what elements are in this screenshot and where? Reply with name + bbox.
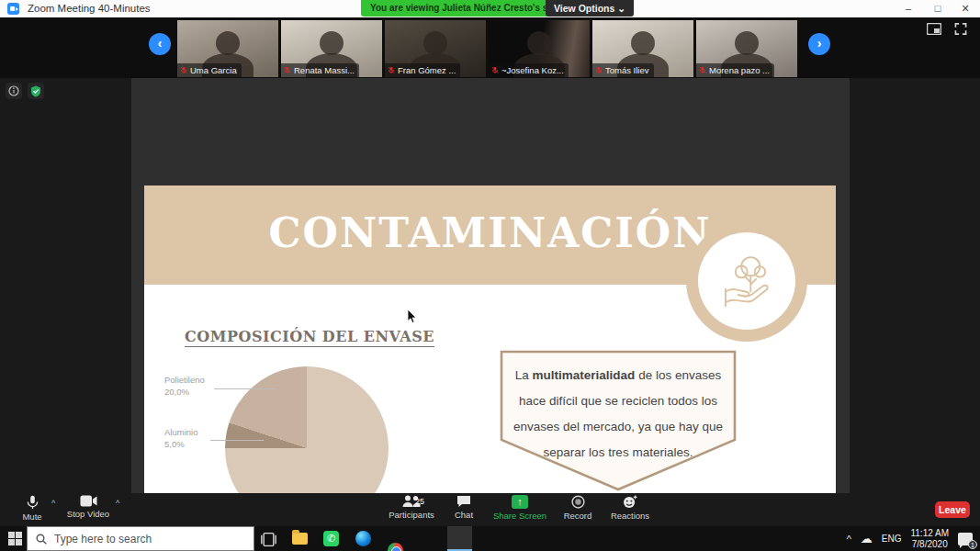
language-indicator[interactable]: ENG xyxy=(882,534,902,544)
muted-mic-icon xyxy=(491,66,499,74)
meeting-info-icon[interactable] xyxy=(6,83,22,99)
muted-mic-icon xyxy=(388,66,395,74)
participant-name-chip: Morena pazo ... xyxy=(696,63,774,77)
minimize-button[interactable]: – xyxy=(902,2,915,15)
previous-participants-button[interactable]: ‹ xyxy=(149,33,171,55)
task-view-icon[interactable] xyxy=(261,532,276,547)
participant-name-chip: Uma Garcia xyxy=(177,63,242,77)
video-options-chevron[interactable]: ^ xyxy=(116,499,122,505)
mute-button[interactable]: Mute xyxy=(14,495,51,522)
callout-text: La multimaterialidad de los envases hace… xyxy=(513,363,724,466)
share-screen-button[interactable]: Share Screen xyxy=(487,495,553,521)
clock[interactable]: 11:12 AM 7/8/2020 xyxy=(910,528,949,550)
chat-button[interactable]: Chat xyxy=(447,495,480,520)
participant-video-tile[interactable]: Fran Gómez ... xyxy=(385,20,486,77)
participant-name-chip: Renata Massi... xyxy=(281,63,359,77)
participant-video-tile[interactable]: Uma Garcia xyxy=(177,20,278,77)
search-placeholder: Type here to search xyxy=(54,533,152,545)
share-screen-icon xyxy=(512,495,528,509)
video-camera-icon xyxy=(80,495,97,507)
participant-video-strip: ‹ Uma Garcia Renata Massi... Fran Gómez … xyxy=(0,17,980,78)
reactions-button[interactable]: Reactions xyxy=(604,495,656,521)
maximize-button[interactable]: □ xyxy=(931,2,944,15)
shared-screen-area: CONTAMINACIÓN COMPOSICIÓN DEL ENVASE xyxy=(0,78,980,493)
file-explorer-icon[interactable] xyxy=(292,533,308,545)
tray-date: 7/8/2020 xyxy=(910,539,949,550)
muted-mic-icon xyxy=(180,66,187,74)
microphone-icon xyxy=(27,495,39,510)
pie-label-polietileno: Polietileno20,0% xyxy=(164,374,221,398)
search-icon xyxy=(36,534,47,545)
chat-bubble-icon xyxy=(456,495,471,508)
record-button[interactable]: Record xyxy=(557,495,599,521)
participant-video-tile[interactable]: Renata Massi... xyxy=(281,20,382,77)
onedrive-cloud-icon[interactable]: ☁ xyxy=(861,532,873,545)
window-title: Zoom Meeting 40-Minutes xyxy=(28,3,151,14)
participants-button[interactable]: Participants xyxy=(386,495,437,520)
pie-label-aluminio: Aluminio5,0% xyxy=(164,426,221,450)
participant-name-chip: Fran Gómez ... xyxy=(385,63,460,77)
mute-options-chevron[interactable]: ^ xyxy=(51,499,58,505)
edge-browser-icon[interactable] xyxy=(355,531,371,546)
chrome-browser-icon[interactable] xyxy=(388,543,403,551)
muted-mic-icon xyxy=(699,66,706,74)
close-button[interactable]: ✕ xyxy=(959,2,972,15)
leave-button[interactable]: Leave xyxy=(935,501,970,518)
window-title-bar: Zoom Meeting 40-Minutes You are viewing … xyxy=(0,0,980,17)
eco-icon-circle xyxy=(698,232,795,330)
muted-mic-icon xyxy=(595,66,603,74)
tray-chevron-icon[interactable]: ^ xyxy=(847,534,851,545)
notification-count-badge: 1 xyxy=(968,540,977,549)
whatsapp-icon[interactable]: ✆ xyxy=(323,531,339,546)
hand-holding-tree-icon xyxy=(714,248,780,314)
zoom-app-icon xyxy=(7,3,19,15)
participants-count-badge: 25 xyxy=(415,497,424,506)
participant-video-tile[interactable]: Morena pazo ... xyxy=(696,20,797,77)
view-options-button[interactable]: View Options ⌄ xyxy=(546,0,634,17)
meeting-security-shield-icon[interactable] xyxy=(28,83,44,99)
next-participants-button[interactable]: › xyxy=(808,33,830,55)
leader-line xyxy=(214,388,275,389)
active-app-highlight xyxy=(447,526,472,551)
search-input[interactable]: Type here to search xyxy=(27,526,254,551)
participant-video-tile[interactable]: Tomás Iliev xyxy=(592,20,693,77)
action-center-icon[interactable]: 1 xyxy=(958,533,973,545)
chart-title: COMPOSICIÓN DEL ENVASE xyxy=(181,328,438,345)
start-button[interactable] xyxy=(8,532,22,545)
zoom-app-window: Zoom Meeting 40-Minutes You are viewing … xyxy=(0,0,980,551)
stop-video-button[interactable]: Stop Video xyxy=(64,495,112,519)
record-icon xyxy=(571,495,585,509)
mouse-cursor xyxy=(407,309,417,324)
zoom-meeting-toolbar: Mute ^ Stop Video ^ Participants 25 Chat… xyxy=(0,493,980,526)
participant-name-chip: ~Josefina Koz... xyxy=(489,63,569,77)
tray-time: 11:12 AM xyxy=(910,528,949,539)
muted-mic-icon xyxy=(284,66,291,74)
participant-name-chip: Tomás Iliev xyxy=(592,63,654,77)
system-tray: ^ ☁ ENG 11:12 AM 7/8/2020 1 xyxy=(847,526,980,551)
reactions-smiley-icon xyxy=(623,495,637,509)
gallery-view-icon[interactable] xyxy=(927,23,941,35)
leader-line xyxy=(210,440,264,441)
fullscreen-icon[interactable] xyxy=(954,23,967,35)
participant-video-tile[interactable]: ~Josefina Koz... xyxy=(489,20,590,77)
windows-taskbar: Type here to search ✆ ^ ☁ ENG 11:12 AM 7… xyxy=(0,526,980,551)
